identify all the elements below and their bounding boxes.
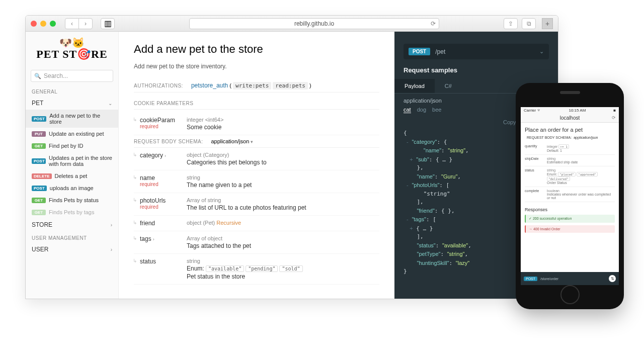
subtab-cat[interactable]: cat bbox=[404, 107, 411, 113]
param-name[interactable]: category› bbox=[140, 152, 187, 159]
endpoint-selector[interactable]: POST /pet ⌄ bbox=[404, 44, 549, 59]
tab-payload[interactable]: Payload bbox=[394, 79, 435, 93]
param-row: cookieParam required integer <int64> Som… bbox=[134, 113, 379, 135]
param-name: shipDate bbox=[525, 157, 544, 164]
reload-icon[interactable]: ⟳ bbox=[612, 115, 616, 120]
logo-text: PET ST🎯RE bbox=[31, 48, 113, 61]
tab-csharp[interactable]: C# bbox=[435, 79, 462, 93]
close-icon[interactable] bbox=[31, 21, 37, 27]
endpoint-path: /pet bbox=[435, 48, 445, 55]
url-bar[interactable]: rebilly.github.io ⟳ bbox=[189, 18, 439, 29]
param-desc: The list of URL to a cute photos featuri… bbox=[187, 204, 379, 211]
sidebar-endpoint[interactable]: DELETEDeletes a pet bbox=[26, 170, 118, 182]
param-row: shipDatestring Estimated ship date bbox=[525, 155, 615, 166]
param-type: object (Pet) Recursive bbox=[187, 220, 379, 226]
param-required: required bbox=[140, 204, 187, 210]
endpoint-label: Update an existing pet bbox=[49, 131, 104, 137]
phone-schema-label: REQUEST BODY SCHEMA:application/json bbox=[525, 136, 615, 139]
share-icon[interactable]: ⇪ bbox=[504, 18, 518, 29]
method-badge: POST bbox=[32, 158, 46, 164]
param-name: quantity bbox=[525, 144, 544, 152]
param-name: status bbox=[140, 258, 187, 265]
page-title: Add a new pet to the store bbox=[134, 43, 379, 56]
endpoint-path: /store/order bbox=[540, 277, 558, 281]
auth-label: AUTHORIZATIONS: bbox=[134, 83, 183, 88]
phone-host: localhost bbox=[560, 115, 580, 121]
auth-scope: write:pets bbox=[233, 82, 271, 89]
param-name: name bbox=[140, 174, 187, 182]
sidebar-category-general: GENERAL bbox=[26, 85, 118, 97]
sidebar-endpoint[interactable]: POSTUpdates a pet in the store with form… bbox=[26, 152, 118, 170]
param-desc: stringEnum: "placed" "approved" "deliver… bbox=[547, 168, 615, 185]
param-type: integer <int64> bbox=[187, 117, 379, 123]
phone-endpoint[interactable]: POST /store/order ⇅ bbox=[521, 272, 619, 285]
param-row: completebooleanIndicates whenever order … bbox=[525, 187, 615, 202]
copy-button[interactable]: Copy bbox=[503, 119, 516, 125]
endpoint-label: uploads an image bbox=[50, 185, 94, 191]
response-200[interactable]: ✓ 200 successful operation bbox=[525, 215, 615, 223]
auth-name[interactable]: petstore_auth bbox=[191, 82, 228, 89]
param-name: cookieParam bbox=[140, 117, 187, 124]
method-badge: PUT bbox=[32, 131, 46, 137]
tabs-icon[interactable]: ⧉ bbox=[522, 18, 536, 29]
titlebar: ‹ › ▥ rebilly.github.io ⟳ ⇪ ⧉ + bbox=[26, 16, 558, 32]
sidebar-endpoint[interactable]: POSTuploads an image bbox=[26, 182, 118, 194]
phone-urlbar[interactable]: localhost ⟳ bbox=[521, 114, 619, 123]
logo: 🐶🐱 PET ST🎯RE bbox=[26, 32, 118, 67]
reload-icon[interactable]: ⟳ bbox=[431, 20, 436, 27]
expand-icon[interactable]: ⇅ bbox=[609, 275, 616, 282]
sidebar-item-user[interactable]: USER › bbox=[26, 243, 118, 256]
new-tab-button[interactable]: + bbox=[542, 18, 553, 29]
param-desc: booleanIndicates whenever order was comp… bbox=[547, 189, 615, 200]
sidebar-endpoint[interactable]: GETFinds Pets by status bbox=[26, 194, 118, 206]
endpoint-label: Finds Pets by status bbox=[49, 197, 99, 203]
carrier: Carrier ᯤ bbox=[524, 108, 541, 113]
schema-label: REQUEST BODY SCHEMA: bbox=[134, 139, 203, 144]
endpoint-label: Find pet by ID bbox=[49, 143, 83, 149]
battery-icon: ■ bbox=[613, 108, 616, 113]
param-desc: string Estimated ship date bbox=[547, 157, 615, 164]
param-name[interactable]: tags› bbox=[140, 235, 187, 242]
cookie-params-label: COOKIE PARAMETERS bbox=[134, 101, 379, 110]
method-badge: GET bbox=[32, 198, 46, 203]
zoom-icon[interactable] bbox=[50, 21, 56, 27]
param-desc: Categories this pet belongs to bbox=[187, 159, 379, 166]
method-badge: POST bbox=[32, 186, 47, 191]
param-desc: Tags attached to the pet bbox=[187, 242, 379, 249]
sidebar-item-store[interactable]: STORE › bbox=[26, 218, 118, 231]
param-row: statusstringEnum: "available""pending""s… bbox=[134, 254, 379, 285]
param-name: status bbox=[525, 168, 544, 185]
sidebar-toggle-icon[interactable]: ▥ bbox=[101, 18, 115, 29]
param-type: string bbox=[187, 174, 379, 180]
sidebar-endpoint[interactable]: POSTAdd a new pet to the store bbox=[26, 110, 118, 128]
back-button[interactable]: ‹ bbox=[65, 18, 79, 29]
param-name: complete bbox=[525, 189, 544, 200]
minimize-icon[interactable] bbox=[40, 21, 46, 27]
param-required: required bbox=[140, 124, 187, 129]
param-row: namerequiredstringThe name given to a pe… bbox=[134, 170, 379, 193]
sidebar-category-user: USER MANAGEMENT bbox=[26, 231, 118, 243]
param-type: Array of object bbox=[187, 235, 379, 241]
search-icon: 🔍 bbox=[34, 73, 41, 79]
chevron-down-icon: ⌄ bbox=[108, 101, 112, 106]
param-name: friend bbox=[140, 220, 187, 227]
phone-screen: Carrier ᯤ 10:15 AM ■ localhost ⟳ Place a… bbox=[521, 107, 619, 285]
main-panel: Add a new pet to the store Add new pet t… bbox=[119, 32, 394, 299]
forward-button[interactable]: › bbox=[78, 18, 93, 29]
sidebar-item-pet[interactable]: PET ⌄ bbox=[26, 97, 118, 110]
subtab-bee[interactable]: bee bbox=[432, 107, 441, 113]
param-type: object (Category) bbox=[187, 152, 379, 158]
search-input[interactable]: 🔍 Search... bbox=[31, 70, 113, 82]
schema-value[interactable]: application/json▾ bbox=[211, 138, 253, 144]
subtab-dog[interactable]: dog bbox=[417, 107, 426, 113]
method-badge: DELETE bbox=[32, 173, 52, 179]
param-row: photoUrlsrequiredArray of stringThe list… bbox=[134, 193, 379, 216]
sidebar-endpoint[interactable]: GETFinds Pets by tags bbox=[26, 206, 118, 218]
response-400[interactable]: → 400 Invalid Order bbox=[525, 225, 615, 233]
param-desc: The name given to a pet bbox=[187, 182, 379, 189]
sidebar-endpoint[interactable]: PUTUpdate an existing pet bbox=[26, 128, 118, 140]
param-desc: integer >= 1Default: 1 bbox=[547, 144, 615, 152]
sidebar-endpoint[interactable]: GETFind pet by ID bbox=[26, 140, 118, 152]
search-placeholder: Search... bbox=[44, 72, 68, 79]
chevron-down-icon: ⌄ bbox=[539, 48, 544, 55]
